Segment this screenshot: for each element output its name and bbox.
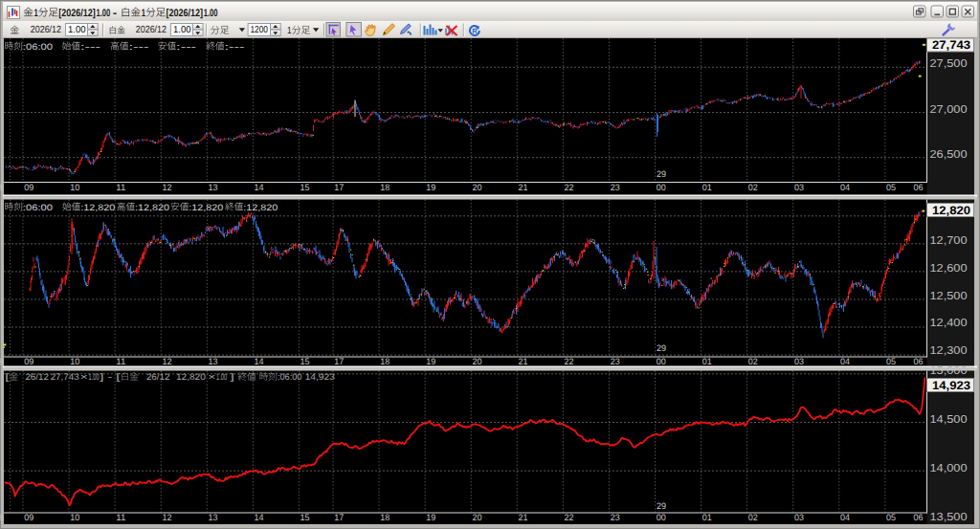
- svg-text:20: 20: [472, 513, 481, 522]
- svg-text:12: 12: [162, 357, 171, 366]
- svg-text:27,743: 27,743: [932, 38, 970, 52]
- svg-text:1.00: 1.00: [68, 25, 86, 35]
- svg-text::---: :---: [128, 42, 148, 52]
- svg-text:14,923: 14,923: [932, 379, 970, 392]
- svg-text:05: 05: [886, 513, 896, 522]
- svg-text:15: 15: [301, 513, 310, 522]
- svg-text:23: 23: [611, 357, 620, 366]
- svg-text:1.00: 1.00: [97, 8, 111, 19]
- svg-text:1.00: 1.00: [89, 372, 100, 382]
- svg-text::06:00: :06:00: [23, 42, 53, 52]
- svg-text:19: 19: [426, 357, 435, 366]
- svg-text:10: 10: [70, 183, 79, 192]
- svg-text:12,820: 12,820: [932, 204, 970, 217]
- svg-text:03: 03: [794, 513, 804, 522]
- svg-text:04: 04: [840, 513, 850, 522]
- svg-text:1: 1: [142, 8, 145, 19]
- svg-text:15: 15: [301, 357, 310, 366]
- svg-text:10: 10: [70, 357, 79, 366]
- svg-text:20: 20: [472, 357, 481, 366]
- svg-text:[2026/12]: [2026/12]: [167, 8, 204, 19]
- svg-text:04: 04: [840, 183, 850, 192]
- svg-text:03: 03: [794, 357, 804, 366]
- svg-text:18: 18: [380, 513, 390, 522]
- svg-text:02: 02: [748, 183, 758, 192]
- svg-text:01: 01: [702, 183, 712, 192]
- svg-text:02: 02: [748, 357, 758, 366]
- svg-text:06: 06: [914, 357, 924, 366]
- svg-text:10: 10: [70, 513, 79, 522]
- svg-text:21: 21: [519, 183, 528, 192]
- svg-text::---: :---: [225, 42, 245, 52]
- svg-text:06: 06: [914, 183, 924, 192]
- svg-text:12: 12: [162, 513, 171, 522]
- svg-text:14: 14: [255, 357, 264, 366]
- svg-text:17: 17: [334, 513, 344, 522]
- svg-text:14: 14: [255, 183, 264, 192]
- svg-text:06: 06: [914, 513, 924, 522]
- svg-text:[: [: [116, 372, 121, 382]
- svg-text::---: :---: [80, 42, 100, 52]
- svg-text:12,400: 12,400: [930, 317, 968, 329]
- svg-text:09: 09: [24, 357, 33, 366]
- svg-text:2026/12: 2026/12: [136, 25, 167, 35]
- svg-text:00: 00: [657, 513, 666, 522]
- svg-text:12,500: 12,500: [930, 290, 968, 302]
- svg-text:05: 05: [886, 183, 896, 192]
- svg-text:21: 21: [519, 357, 528, 366]
- svg-text:26/12: 26/12: [25, 372, 49, 382]
- svg-text:17: 17: [334, 357, 344, 366]
- svg-text:29: 29: [657, 501, 666, 511]
- svg-text:1: 1: [287, 26, 292, 36]
- svg-text:11: 11: [116, 357, 125, 366]
- svg-text:21: 21: [519, 513, 528, 522]
- svg-text:11: 11: [116, 183, 125, 192]
- svg-text:00: 00: [657, 183, 666, 192]
- svg-text:22: 22: [565, 513, 574, 522]
- svg-text:[2026/12]: [2026/12]: [58, 8, 96, 19]
- svg-text::---: :---: [176, 42, 196, 52]
- svg-text::12,820: :12,820: [135, 203, 169, 212]
- svg-text:09: 09: [24, 183, 33, 192]
- svg-text:23: 23: [611, 513, 620, 522]
- svg-text:27,743: 27,743: [51, 372, 79, 382]
- svg-text:12,820: 12,820: [176, 372, 206, 382]
- svg-text:13: 13: [209, 183, 218, 192]
- svg-text:04: 04: [840, 357, 850, 366]
- svg-text:×: ×: [208, 372, 215, 382]
- svg-text:12: 12: [162, 183, 171, 192]
- svg-text::12,820: :12,820: [80, 203, 115, 212]
- svg-text:12,300: 12,300: [930, 344, 968, 357]
- svg-text:8: 8: [0, 513, 4, 522]
- svg-text:13: 13: [209, 513, 218, 522]
- svg-text:R: R: [472, 27, 478, 35]
- svg-text:1: 1: [33, 8, 37, 19]
- svg-text:01: 01: [702, 513, 712, 522]
- svg-text:1.00: 1.00: [204, 8, 218, 19]
- svg-text:]: ]: [231, 372, 234, 382]
- svg-text:20: 20: [472, 183, 481, 192]
- svg-text:1.00: 1.00: [173, 25, 191, 35]
- svg-text:22: 22: [565, 183, 574, 192]
- svg-text:00: 00: [657, 357, 666, 366]
- svg-text:26,500: 26,500: [930, 148, 968, 161]
- svg-text:11: 11: [116, 513, 125, 522]
- svg-text:8: 8: [0, 357, 4, 366]
- svg-text:18: 18: [380, 357, 390, 366]
- svg-text:-: -: [108, 372, 113, 382]
- svg-text:01: 01: [702, 357, 712, 366]
- svg-text:27,500: 27,500: [930, 57, 968, 70]
- svg-text:[: [: [5, 372, 10, 382]
- svg-text:14,000: 14,000: [930, 462, 968, 474]
- svg-text:02: 02: [748, 513, 758, 522]
- svg-text:×: ×: [80, 372, 88, 382]
- svg-text:15: 15: [301, 183, 310, 192]
- svg-text:14: 14: [255, 513, 264, 522]
- svg-text:23: 23: [611, 183, 620, 192]
- svg-text:-: -: [113, 8, 118, 19]
- svg-text:09: 09: [24, 513, 33, 522]
- svg-text:18: 18: [380, 183, 390, 192]
- svg-text:17: 17: [334, 183, 344, 192]
- svg-text:13,500: 13,500: [930, 511, 968, 523]
- svg-text:05: 05: [886, 357, 896, 366]
